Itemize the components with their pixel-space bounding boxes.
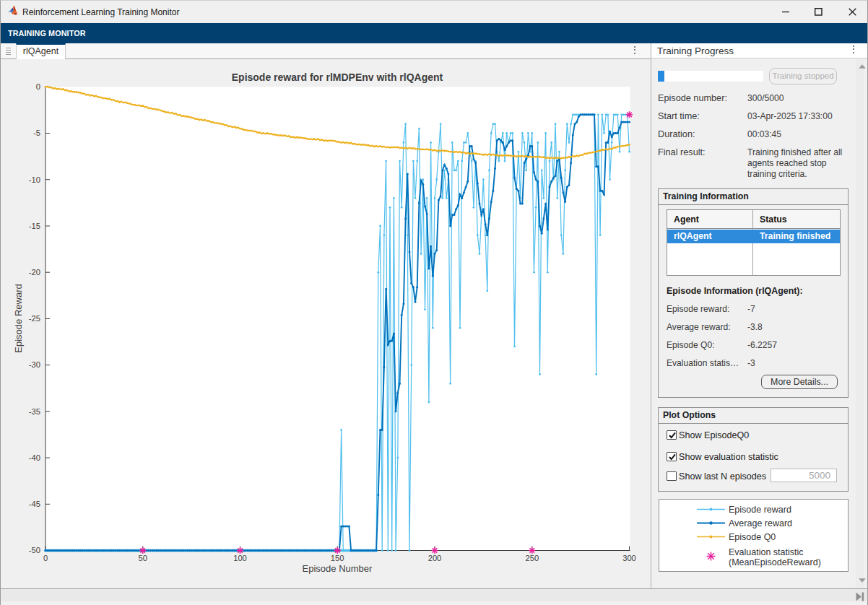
svg-text:0: 0 [36,82,40,91]
svg-text:Average reward: Average reward [729,518,792,528]
svg-text:100: 100 [233,554,247,562]
svg-text:-15: -15 [29,222,40,230]
svg-text:-45: -45 [29,500,40,508]
svg-text:-10: -10 [29,175,40,184]
svg-text:-35: -35 [29,407,40,416]
svg-text:Episode Number: Episode Number [303,563,373,574]
svg-text:-5: -5 [33,129,40,137]
svg-text:-30: -30 [29,360,40,369]
svg-text:Episode reward for rlMDPEnv wi: Episode reward for rlMDPEnv with rlQAgen… [232,71,443,83]
svg-text:Episode Q0: Episode Q0 [729,532,776,542]
svg-text:-20: -20 [29,268,40,277]
svg-text:-40: -40 [29,453,40,462]
svg-text:-25: -25 [29,314,40,323]
svg-text:300: 300 [622,554,636,562]
svg-text:(MeanEpisodeReward): (MeanEpisodeReward) [729,557,821,567]
svg-text:-50: -50 [29,546,40,554]
svg-text:250: 250 [525,554,539,562]
svg-text:Evaluation statistic: Evaluation statistic [729,547,804,557]
svg-text:Episode reward: Episode reward [729,505,791,515]
svg-text:Episode Reward: Episode Reward [13,284,24,352]
svg-text:150: 150 [331,554,344,562]
svg-text:0: 0 [43,554,48,562]
svg-text:50: 50 [139,554,147,562]
svg-text:200: 200 [428,554,442,562]
